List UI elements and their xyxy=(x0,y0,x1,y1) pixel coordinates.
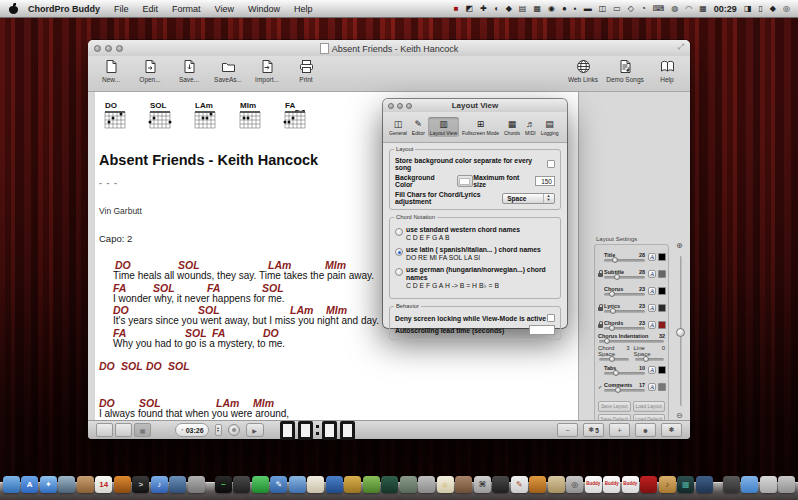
chords-slider[interactable] xyxy=(604,327,645,330)
zoom-out-icon[interactable]: ⊖ xyxy=(676,412,683,420)
color-swatch[interactable] xyxy=(658,304,666,312)
autoscroll-timer[interactable]: ◔ 03:26 xyxy=(175,423,209,437)
status-icon-right-2[interactable]: ▯ xyxy=(758,5,762,13)
menu-format[interactable]: Format xyxy=(172,4,201,14)
saveas-button[interactable]: SaveAs... xyxy=(211,58,245,83)
font-button[interactable]: A xyxy=(648,321,656,329)
dock-icon-app-store[interactable]: A xyxy=(21,476,38,493)
store-bg-checkbox[interactable] xyxy=(547,160,555,168)
tabs-slider[interactable] xyxy=(604,372,645,375)
color-swatch[interactable] xyxy=(658,270,666,278)
dock-icon-gray-green-app[interactable] xyxy=(400,476,417,493)
dock-icon-frog-app[interactable] xyxy=(363,476,380,493)
apple-menu-icon[interactable] xyxy=(9,4,18,14)
radio-use-standard-western-cho[interactable]: use standard western chord namesC D E F … xyxy=(395,226,555,242)
tab-general[interactable]: ◫General xyxy=(387,117,409,137)
status-icon-18[interactable]: ◠ xyxy=(685,5,692,13)
status-icon-3[interactable]: ✚ xyxy=(480,5,487,13)
status-icon-13[interactable]: ▭ xyxy=(613,5,621,13)
zoom-in-icon[interactable]: ⊕ xyxy=(676,242,683,250)
font-button[interactable]: A xyxy=(648,253,656,261)
subtitle-slider[interactable] xyxy=(604,276,645,279)
dock-icon-screensaver[interactable] xyxy=(252,476,269,493)
dock-icon-easel[interactable] xyxy=(307,476,324,493)
dock-icon-console[interactable] xyxy=(233,476,250,493)
help-button[interactable]: Help xyxy=(650,58,684,83)
menubar-clock[interactable]: 00:29 xyxy=(714,4,737,14)
play-button[interactable]: ▶ xyxy=(246,423,264,437)
settings-button[interactable]: ✱ xyxy=(661,423,682,437)
dock-icon-gray-app-2[interactable] xyxy=(418,476,435,493)
lock-icon[interactable] xyxy=(598,307,603,311)
view-mode-button-1[interactable] xyxy=(96,423,113,437)
font-button[interactable]: A xyxy=(648,270,656,278)
dock-icon-package-app[interactable] xyxy=(529,476,546,493)
view-mode-button-3[interactable]: ▦ xyxy=(134,423,151,437)
demo-songs-button[interactable]: Demo Songs xyxy=(608,58,642,83)
increase-button[interactable]: + xyxy=(609,423,630,437)
dock-icon-editor-blue[interactable]: ✎ xyxy=(270,476,287,493)
dock-icon-contacts[interactable] xyxy=(77,476,94,493)
record-button[interactable] xyxy=(228,424,240,436)
dock-icon-navy-app[interactable] xyxy=(696,476,713,493)
status-icon-19[interactable]: ▦ xyxy=(699,5,707,13)
dock-icon-matrix-app[interactable]: ▦ xyxy=(677,476,694,493)
load-layout-button[interactable]: Load Layout xyxy=(633,401,666,412)
status-icon-15[interactable]: ◔ xyxy=(641,5,646,13)
dock-icon-dark-green-app[interactable] xyxy=(381,476,398,493)
status-icon-11[interactable]: ▬ xyxy=(584,5,592,13)
dock-icon-facetime[interactable] xyxy=(169,476,186,493)
color-swatch[interactable] xyxy=(658,383,666,391)
import-button[interactable]: Import... xyxy=(250,58,284,83)
line-space-slider[interactable] xyxy=(635,358,665,361)
menu-view[interactable]: View xyxy=(215,4,234,14)
dock-icon-downloads-stack[interactable] xyxy=(723,476,740,493)
dock-icon-files-stack[interactable] xyxy=(760,476,777,493)
font-button[interactable]: A xyxy=(648,287,656,295)
dock-icon-magnifier-app[interactable]: ◎ xyxy=(566,476,583,493)
status-icon-5[interactable]: ◆ xyxy=(506,5,512,13)
status-icon-2[interactable]: ◩ xyxy=(466,5,474,13)
status-icon-right-3[interactable]: ◆ xyxy=(770,5,776,13)
font-button[interactable]: A xyxy=(648,383,656,391)
menu-file[interactable]: File xyxy=(114,4,129,14)
setting-value-button[interactable]: ✱ 5 xyxy=(583,423,604,437)
dock-icon-documents-folder[interactable] xyxy=(741,476,758,493)
tab-logging[interactable]: ▤Logging xyxy=(539,117,561,137)
dock-icon-red-book[interactable] xyxy=(640,476,657,493)
dock-icon-gold-app[interactable] xyxy=(344,476,361,493)
radio-button[interactable] xyxy=(395,228,403,236)
dock-icon-bulb-app[interactable]: ☼ xyxy=(437,476,454,493)
status-icon-14[interactable]: ◇ xyxy=(628,5,634,13)
resize-icon[interactable]: ⤢ xyxy=(678,42,684,52)
dock-icon-calendar[interactable]: 14 xyxy=(95,476,112,493)
dock-icon-pencil-app[interactable]: ✎ xyxy=(511,476,528,493)
dock-icon-command-app[interactable]: ⌘ xyxy=(474,476,491,493)
save-button[interactable]: Save... xyxy=(172,58,206,83)
menu-chordpro-buddy[interactable]: ChordPro Buddy xyxy=(28,4,100,14)
page-zoom-thumb[interactable] xyxy=(676,328,685,337)
dock-icon-preview[interactable] xyxy=(114,476,131,493)
dock-icon-brown-app[interactable] xyxy=(455,476,472,493)
open-button[interactable]: Open... xyxy=(133,58,167,83)
status-icon-10[interactable]: ▪ xyxy=(574,5,577,13)
dock-icon-activity-monitor[interactable]: ~ xyxy=(215,476,232,493)
chorus-slider[interactable] xyxy=(604,293,645,296)
status-icon-right-1[interactable]: ◨ xyxy=(744,5,752,13)
dock-icon-chordpro-buddy-3[interactable]: Buddy xyxy=(622,476,639,493)
dock-icon-mail[interactable] xyxy=(58,476,75,493)
new-button[interactable]: New... xyxy=(94,58,128,83)
print-button[interactable]: Print xyxy=(289,58,323,83)
status-icon-12[interactable]: ◫ xyxy=(599,5,607,13)
dock-icon-archive-app[interactable] xyxy=(548,476,565,493)
menu-help[interactable]: Help xyxy=(294,4,313,14)
tab-midi[interactable]: ♬MIDI xyxy=(523,117,538,137)
color-swatch[interactable] xyxy=(658,253,666,261)
lock-icon[interactable] xyxy=(598,273,603,277)
title-slider[interactable] xyxy=(604,259,645,262)
chorus-indentation-slider[interactable] xyxy=(599,340,664,343)
view-mode-button-2[interactable] xyxy=(115,423,132,437)
tab-editor[interactable]: ✎Editor xyxy=(410,117,427,137)
color-swatch[interactable] xyxy=(658,287,666,295)
menu-window[interactable]: Window xyxy=(248,4,280,14)
